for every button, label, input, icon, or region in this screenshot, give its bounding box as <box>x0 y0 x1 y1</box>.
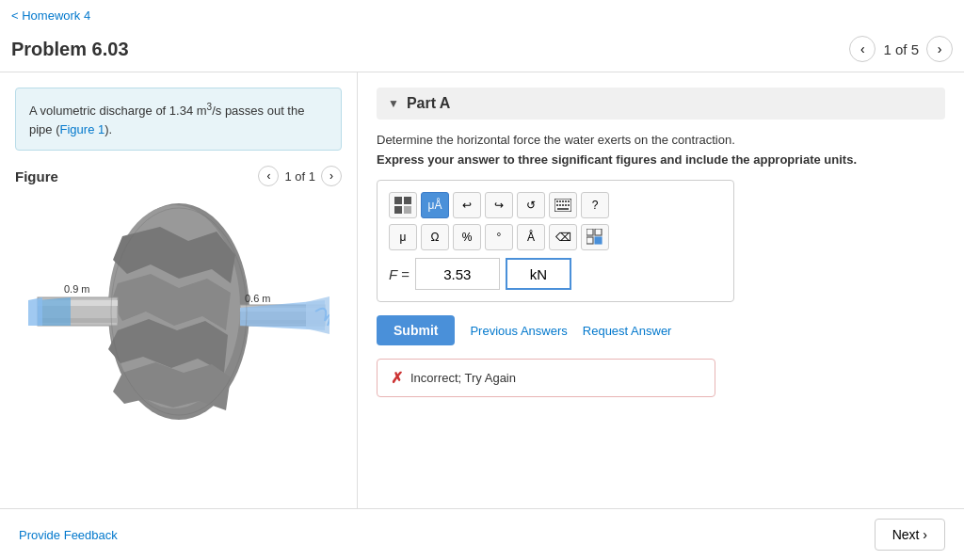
question-line1: Determine the horizontal force the water… <box>377 133 945 147</box>
matrix-button[interactable] <box>581 224 609 250</box>
error-text: Incorrect; Try Again <box>410 371 516 385</box>
problem-desc-end: ). <box>104 122 112 136</box>
prev-problem-button[interactable]: ‹ <box>849 36 876 62</box>
svg-rect-21 <box>394 206 402 214</box>
page-indicator: 1 of 5 <box>883 41 919 57</box>
svg-rect-31 <box>562 204 564 206</box>
mu-button[interactable]: μ <box>389 224 417 250</box>
bottom-bar: Provide Feedback Next › <box>0 508 964 560</box>
svg-text:0.9 m: 0.9 m <box>64 283 90 295</box>
svg-marker-10 <box>28 297 42 326</box>
error-box: ✗ Incorrect; Try Again <box>377 359 715 397</box>
svg-rect-22 <box>404 206 411 214</box>
collapse-arrow-icon[interactable]: ▼ <box>388 97 399 110</box>
reset-button[interactable]: ↺ <box>517 192 545 218</box>
svg-rect-34 <box>557 208 569 210</box>
provide-feedback-link[interactable]: Provide Feedback <box>19 528 118 542</box>
help-button[interactable]: ? <box>581 192 609 218</box>
pagination-controls: ‹ 1 of 5 › <box>849 36 953 62</box>
figure-svg: 0.9 m 0.6 m <box>28 199 329 443</box>
svg-rect-30 <box>559 204 561 206</box>
previous-answers-link[interactable]: Previous Answers <box>470 324 567 338</box>
fig-prev-button[interactable]: ‹ <box>258 166 279 186</box>
equation-value-input[interactable] <box>415 258 500 290</box>
svg-rect-28 <box>568 200 570 202</box>
toolbar-row1: μÅ ↩ ↪ ↺ <box>389 192 722 218</box>
equation-label: F = <box>389 266 410 282</box>
problem-title: Problem 6.03 <box>11 39 129 60</box>
problem-description: A volumetric discharge of 1.34 m3/s pass… <box>15 88 342 151</box>
svg-rect-29 <box>556 204 558 206</box>
left-panel: A volumetric discharge of 1.34 m3/s pass… <box>0 72 358 548</box>
delete-button[interactable]: ⌫ <box>549 224 577 250</box>
figure-section: Figure ‹ 1 of 1 › <box>15 166 342 533</box>
svg-rect-24 <box>556 200 558 202</box>
fig-next-button[interactable]: › <box>321 166 342 186</box>
page-total: of 5 <box>895 41 919 57</box>
svg-rect-27 <box>565 200 567 202</box>
error-icon: ✗ <box>391 369 403 387</box>
equation-unit-input[interactable] <box>506 258 571 290</box>
figure-image-container: 0.9 m 0.6 m <box>15 194 342 448</box>
svg-rect-33 <box>568 204 570 206</box>
problem-desc-text: A volumetric discharge of 1.34 m <box>29 104 207 118</box>
svg-rect-19 <box>394 197 402 204</box>
page-current: 1 <box>883 41 891 57</box>
degree-button[interactable]: ° <box>485 224 513 250</box>
keyboard-button[interactable] <box>549 192 577 218</box>
percent-button[interactable]: % <box>453 224 481 250</box>
grid-icon-button[interactable] <box>389 192 417 218</box>
svg-rect-38 <box>595 237 602 244</box>
request-answer-link[interactable]: Request Answer <box>583 324 672 338</box>
svg-rect-25 <box>559 200 561 202</box>
equation-row: F = <box>389 258 722 290</box>
mu-a-button[interactable]: μÅ <box>421 192 449 218</box>
part-header: ▼ Part A <box>377 88 945 120</box>
svg-rect-37 <box>586 237 593 244</box>
redo-button[interactable]: ↪ <box>485 192 513 218</box>
input-area: μÅ ↩ ↪ ↺ <box>377 180 734 302</box>
figure-label: Figure <box>15 168 58 184</box>
part-title: Part A <box>407 95 451 112</box>
next-problem-button[interactable]: › <box>926 36 953 62</box>
omega-button[interactable]: Ω <box>421 224 449 250</box>
figure-pagination: ‹ 1 of 1 › <box>258 166 342 186</box>
toolbar-row2: μ Ω % ° Å ⌫ <box>389 224 722 250</box>
svg-rect-32 <box>565 204 567 206</box>
figure-link[interactable]: Figure 1 <box>60 122 105 136</box>
svg-rect-26 <box>562 200 564 202</box>
angstrom-button[interactable]: Å <box>517 224 545 250</box>
svg-rect-36 <box>595 229 602 235</box>
svg-rect-20 <box>404 197 411 204</box>
fig-page-text: 1 of 1 <box>284 169 315 184</box>
next-button[interactable]: Next › <box>875 519 945 551</box>
question-line2: Express your answer to three significant… <box>377 152 945 167</box>
undo-button[interactable]: ↩ <box>453 192 481 218</box>
svg-rect-35 <box>586 229 593 235</box>
submit-button[interactable]: Submit <box>377 315 455 345</box>
action-row: Submit Previous Answers Request Answer <box>377 315 945 345</box>
back-link[interactable]: Homework 4 <box>11 8 90 23</box>
svg-text:0.6 m: 0.6 m <box>245 293 271 304</box>
right-panel: ▼ Part A Determine the horizontal force … <box>358 72 964 548</box>
svg-marker-9 <box>38 297 71 326</box>
